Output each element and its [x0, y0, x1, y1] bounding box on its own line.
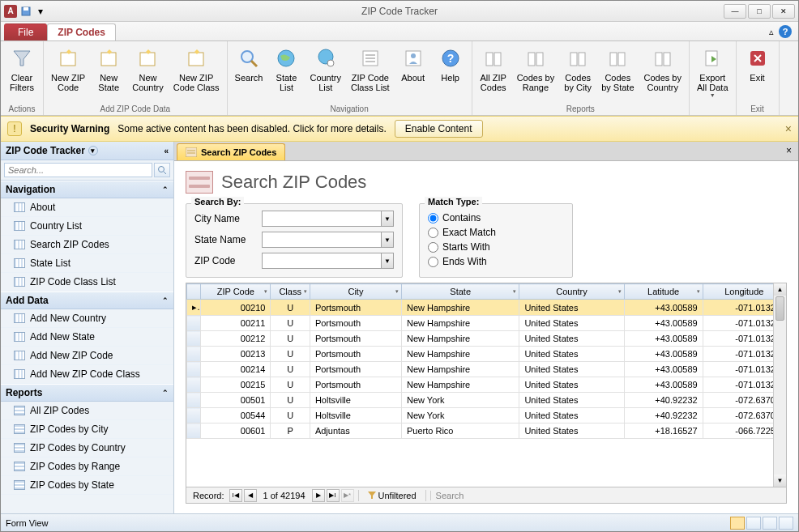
row-selector[interactable]: [187, 408, 201, 423]
maximize-button[interactable]: □: [748, 4, 771, 19]
nav-item[interactable]: Search ZIP Codes: [1, 236, 173, 254]
nav-item[interactable]: ZIP Codes by City: [1, 420, 173, 439]
navpane-search-button[interactable]: [154, 163, 170, 177]
datasheet-view-button[interactable]: [746, 517, 761, 530]
row-selector[interactable]: [187, 347, 201, 362]
nav-item[interactable]: ZIP Codes by Range: [1, 458, 173, 476]
table-row[interactable]: 00212UPortsmouthNew HampshireUnited Stat…: [187, 331, 786, 347]
report-city-button[interactable]: Codes by City: [560, 43, 596, 104]
tab-file[interactable]: File: [4, 23, 47, 40]
recnav-first-button[interactable]: I◀: [229, 489, 242, 502]
security-close-icon[interactable]: ×: [785, 122, 792, 135]
layout-view-button[interactable]: [763, 517, 777, 530]
tab-zipcodes[interactable]: ZIP Codes: [47, 23, 115, 40]
row-selector[interactable]: [187, 362, 201, 377]
navsection-adddata[interactable]: Add Data⌃: [1, 292, 173, 309]
form-view-button[interactable]: [730, 517, 745, 530]
country-list-button[interactable]: Country List: [306, 43, 345, 104]
state-list-button[interactable]: State List: [268, 43, 304, 104]
table-row[interactable]: ▸00210UPortsmouthNew HampshireUnited Sta…: [187, 300, 786, 316]
nav-item[interactable]: ZIP Codes by State: [1, 476, 173, 495]
qat-save-icon[interactable]: [20, 6, 32, 17]
navsection-reports[interactable]: Reports⌃: [1, 384, 173, 402]
clear-filters-button[interactable]: Clear Filters: [4, 43, 40, 104]
recnav-search[interactable]: Search: [430, 491, 469, 500]
search-button[interactable]: Search: [231, 43, 267, 104]
table-row[interactable]: 00601PAdjuntasPuerto RicoUnited States+1…: [187, 423, 786, 439]
nav-item[interactable]: Country List: [1, 217, 173, 236]
nav-item[interactable]: ZIP Code Class List: [1, 273, 173, 292]
nav-item[interactable]: Add New Country: [1, 309, 173, 328]
class-list-button[interactable]: ZIP Code Class List: [347, 43, 394, 104]
row-selector[interactable]: [187, 316, 201, 331]
report-state-button[interactable]: Codes by State: [597, 43, 638, 104]
nav-item[interactable]: Add New ZIP Code: [1, 347, 173, 365]
column-header[interactable]: Class▾: [271, 284, 310, 300]
recnav-prev-button[interactable]: ◀: [244, 489, 257, 502]
vertical-scrollbar[interactable]: ▲▼: [773, 283, 786, 487]
row-selector[interactable]: [187, 393, 201, 408]
recnav-new-button[interactable]: ▶*: [341, 489, 354, 502]
navpane-search-input[interactable]: [4, 163, 152, 177]
report-country-button[interactable]: Codes by Country: [640, 43, 686, 104]
design-view-button[interactable]: [779, 517, 793, 530]
row-selector[interactable]: [187, 423, 201, 439]
new-class-button[interactable]: New ZIP Code Class: [169, 43, 224, 104]
about-button[interactable]: About: [395, 43, 431, 104]
enable-content-button[interactable]: Enable Content: [395, 120, 483, 138]
state-name-input[interactable]: [262, 232, 381, 248]
nav-item[interactable]: Add New State: [1, 328, 173, 347]
nav-item[interactable]: All ZIP Codes: [1, 402, 173, 420]
table-row[interactable]: 00501UHoltsvilleNew YorkUnited States+40…: [187, 393, 786, 408]
minimize-ribbon-icon[interactable]: ▵: [769, 27, 774, 37]
help-icon[interactable]: ?: [779, 25, 792, 38]
nav-item[interactable]: ZIP Codes by Country: [1, 439, 173, 458]
report-all-button[interactable]: All ZIP Codes: [476, 43, 511, 104]
city-name-dropdown[interactable]: ▼: [381, 211, 394, 227]
radio-exact[interactable]: Exact Match: [428, 225, 564, 240]
doc-tab-search[interactable]: Search ZIP Codes: [177, 143, 285, 160]
table-row[interactable]: 00215UPortsmouthNew HampshireUnited Stat…: [187, 377, 786, 393]
column-header[interactable]: ZIP Code▾: [201, 284, 271, 300]
table-row[interactable]: 00544UHoltsvilleNew YorkUnited States+40…: [187, 408, 786, 423]
recnav-last-button[interactable]: ▶I: [327, 489, 340, 502]
new-state-button[interactable]: New State: [91, 43, 126, 104]
zip-code-dropdown[interactable]: ▼: [381, 253, 394, 269]
recnav-filter[interactable]: Unfiltered: [363, 491, 421, 500]
state-name-dropdown[interactable]: ▼: [381, 232, 394, 248]
recnav-next-button[interactable]: ▶: [312, 489, 325, 502]
column-header[interactable]: Country▾: [519, 284, 624, 300]
radio-ends[interactable]: Ends With: [428, 254, 564, 269]
row-selector[interactable]: ▸: [187, 300, 201, 316]
help-button[interactable]: ?Help: [433, 43, 468, 104]
column-header[interactable]: State▾: [401, 284, 519, 300]
city-name-input[interactable]: [262, 211, 381, 227]
new-zip-button[interactable]: New ZIP Code: [47, 43, 89, 104]
navpane-collapse-icon[interactable]: «: [164, 147, 169, 155]
doc-close-icon[interactable]: ×: [780, 142, 798, 160]
table-row[interactable]: 00214UPortsmouthNew HampshireUnited Stat…: [187, 362, 786, 377]
radio-starts[interactable]: Starts With: [428, 240, 564, 254]
export-all-button[interactable]: Export All Data▼: [693, 43, 733, 104]
zip-code-input[interactable]: [262, 253, 381, 269]
radio-contains[interactable]: Contains: [428, 211, 564, 225]
minimize-button[interactable]: —: [724, 4, 746, 19]
qat-dropdown-icon[interactable]: ▾: [35, 6, 46, 17]
column-header[interactable]: City▾: [310, 284, 401, 300]
navsection-navigation[interactable]: Navigation⌃: [1, 181, 173, 198]
new-country-button[interactable]: New Country: [128, 43, 168, 104]
row-selector[interactable]: [187, 331, 201, 347]
exit-button[interactable]: Exit: [740, 43, 776, 104]
close-button[interactable]: ✕: [772, 4, 795, 19]
navpane-dropdown-icon[interactable]: ▾: [88, 146, 98, 155]
navpane-header[interactable]: ZIP Code Tracker ▾ «: [1, 142, 173, 160]
table-row[interactable]: 00213UPortsmouthNew HampshireUnited Stat…: [187, 347, 786, 362]
report-range-button[interactable]: Codes by Range: [513, 43, 558, 104]
nav-item[interactable]: About: [1, 198, 173, 217]
column-header[interactable]: Latitude▾: [624, 284, 703, 300]
row-selector-header[interactable]: [187, 284, 201, 300]
row-selector[interactable]: [187, 377, 201, 393]
table-row[interactable]: 00211UPortsmouthNew HampshireUnited Stat…: [187, 316, 786, 331]
nav-item[interactable]: Add New ZIP Code Class: [1, 365, 173, 384]
nav-item[interactable]: State List: [1, 254, 173, 273]
